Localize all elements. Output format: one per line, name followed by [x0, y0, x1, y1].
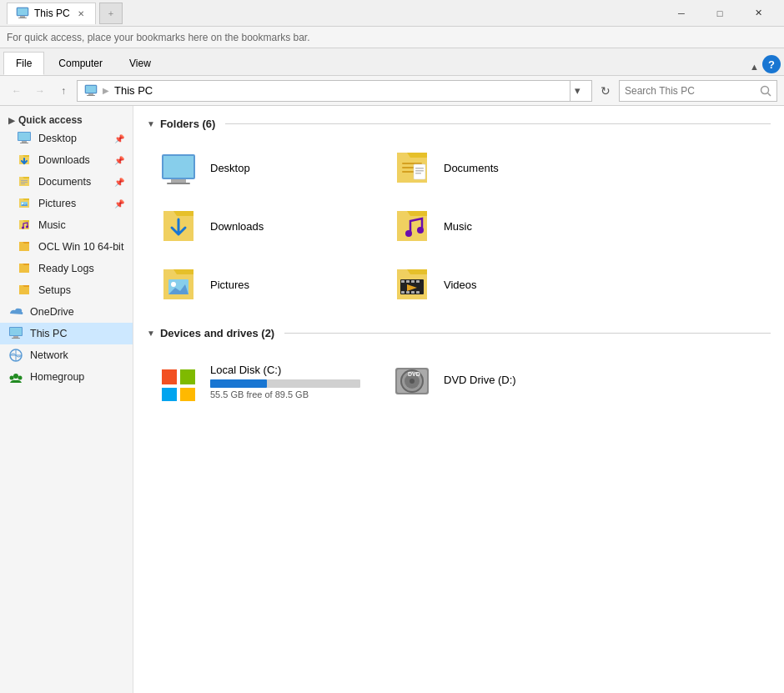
svg-rect-11 — [18, 133, 30, 140]
device-dvd-drive[interactable]: DVD DVD Drive (D:) — [380, 348, 614, 414]
forward-button[interactable]: → — [30, 81, 50, 101]
svg-line-9 — [768, 93, 771, 96]
music-folder-icon — [392, 206, 432, 246]
svg-point-40 — [405, 230, 412, 237]
sidebar-documents-label: Documents — [38, 176, 91, 188]
folder-videos[interactable]: Videos — [380, 255, 614, 314]
address-input[interactable]: ▶ This PC ▾ — [77, 80, 592, 102]
inactive-tab[interactable]: + — [99, 3, 123, 24]
folders-section-header: ▼ Folders (6) — [147, 118, 771, 130]
videos-folder-label: Videos — [444, 279, 477, 291]
sidebar-network-label: Network — [30, 349, 68, 361]
devices-chevron[interactable]: ▼ — [147, 329, 155, 338]
sidebar-downloads-label: Downloads — [38, 154, 90, 166]
svg-point-18 — [22, 203, 23, 204]
search-input[interactable] — [625, 85, 756, 97]
computer-address-icon — [84, 84, 98, 98]
sidebar-item-homegroup[interactable]: Homegroup — [0, 366, 133, 388]
sidebar-item-music[interactable]: Music — [0, 214, 133, 236]
folder-documents[interactable]: Documents — [380, 138, 614, 197]
music-sidebar-icon — [17, 218, 32, 233]
sidebar-desktop-label: Desktop — [38, 133, 77, 144]
search-icon — [760, 85, 771, 97]
active-tab-label: This PC — [34, 8, 70, 19]
ribbon-tab-file[interactable]: File — [3, 52, 44, 75]
svg-rect-38 — [415, 170, 424, 172]
svg-point-8 — [761, 86, 769, 93]
svg-rect-48 — [416, 280, 420, 283]
sidebar-item-downloads[interactable]: Downloads 📌 — [0, 149, 133, 171]
refresh-button[interactable]: ↻ — [596, 81, 616, 101]
maximize-button[interactable]: □ — [701, 0, 739, 27]
svg-rect-5 — [86, 86, 96, 93]
bookmarks-message: For quick access, place your bookmarks h… — [7, 32, 310, 43]
back-button[interactable]: ← — [7, 81, 27, 101]
downloads-folder-label: Downloads — [210, 220, 264, 233]
homegroup-sidebar-icon — [8, 369, 23, 384]
folder-music[interactable]: Music — [380, 197, 614, 255]
sidebar-item-setups[interactable]: Setups — [0, 279, 133, 301]
svg-rect-55 — [180, 369, 195, 384]
disk-progress-fill — [210, 379, 267, 388]
close-button[interactable]: ✕ — [739, 0, 777, 27]
address-arrow: ▶ — [103, 86, 109, 95]
address-dropdown-button[interactable]: ▾ — [570, 80, 585, 102]
folder-pictures[interactable]: Pictures — [147, 255, 380, 314]
sidebar-setups-label: Setups — [38, 284, 71, 296]
svg-rect-33 — [402, 163, 422, 164]
address-bar: ← → ↑ ▶ This PC ▾ ↻ — [0, 76, 784, 106]
svg-rect-30 — [163, 156, 193, 178]
setups-sidebar-icon — [17, 283, 32, 298]
main-area: ▶ Quick access Desktop 📌 Downloads 📌 — [0, 106, 784, 693]
svg-rect-36 — [414, 164, 425, 179]
local-disk-info: Local Disk (C:) 55.5 GB free of 89.5 GB — [210, 364, 369, 399]
sidebar-item-ocl[interactable]: OCL Win 10 64-bit — [0, 236, 133, 258]
ribbon-tab-view[interactable]: View — [117, 52, 163, 75]
dvd-icon: DVD — [392, 361, 432, 401]
ribbon-collapse-button[interactable]: ▲ — [750, 62, 759, 72]
svg-rect-57 — [180, 388, 195, 401]
svg-rect-47 — [411, 280, 415, 283]
svg-rect-51 — [411, 291, 415, 294]
sidebar: ▶ Quick access Desktop 📌 Downloads 📌 — [0, 106, 133, 693]
sidebar-music-label: Music — [38, 219, 66, 231]
desktop-folder-icon — [158, 148, 199, 188]
help-button[interactable]: ? — [762, 55, 781, 73]
svg-rect-14 — [21, 180, 28, 181]
svg-rect-15 — [21, 182, 28, 183]
svg-rect-13 — [20, 143, 28, 143]
pictures-folder-icon — [158, 264, 199, 304]
svg-rect-50 — [406, 291, 410, 294]
up-button[interactable]: ↑ — [53, 81, 73, 101]
sidebar-item-network[interactable]: Network — [0, 344, 133, 366]
sidebar-item-ready-logs[interactable]: Ready Logs — [0, 258, 133, 279]
active-tab[interactable]: This PC ✕ — [7, 3, 96, 24]
minimize-button[interactable]: ─ — [662, 0, 701, 27]
svg-point-28 — [18, 376, 23, 380]
ocl-sidebar-icon — [17, 239, 32, 254]
sidebar-item-pictures[interactable]: Pictures 📌 — [0, 193, 133, 214]
hdd-icon — [158, 361, 199, 401]
address-path: This PC — [114, 84, 565, 97]
quick-access-section[interactable]: ▶ Quick access — [0, 109, 133, 128]
title-bar: This PC ✕ + ─ □ ✕ — [0, 0, 784, 27]
inactive-tab-label: + — [108, 8, 113, 18]
sidebar-item-desktop[interactable]: Desktop 📌 — [0, 128, 133, 149]
ribbon-tab-computer[interactable]: Computer — [46, 52, 115, 75]
folder-desktop[interactable]: Desktop — [147, 138, 380, 197]
sidebar-item-onedrive[interactable]: OneDrive — [0, 301, 133, 323]
search-box[interactable] — [619, 80, 777, 102]
folder-downloads[interactable]: Downloads — [147, 197, 380, 255]
folders-chevron[interactable]: ▼ — [147, 119, 155, 128]
svg-rect-23 — [13, 336, 18, 338]
svg-point-19 — [22, 227, 24, 229]
readylogs-sidebar-icon — [17, 261, 32, 276]
sidebar-item-this-pc[interactable]: This PC — [0, 323, 133, 344]
sidebar-this-pc-label: This PC — [30, 328, 67, 339]
device-local-disk[interactable]: Local Disk (C:) 55.5 GB free of 89.5 GB — [147, 348, 380, 414]
close-tab-button[interactable]: ✕ — [75, 8, 87, 19]
sidebar-item-documents[interactable]: Documents 📌 — [0, 171, 133, 193]
svg-point-20 — [26, 226, 28, 228]
downloads-sidebar-icon — [17, 153, 32, 168]
svg-rect-3 — [18, 18, 27, 18]
